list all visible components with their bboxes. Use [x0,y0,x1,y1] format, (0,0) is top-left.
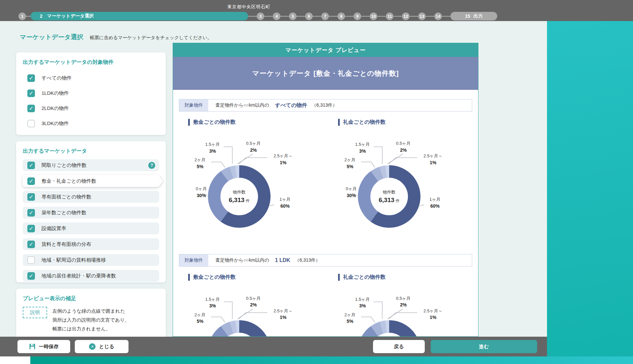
stepper-step-11[interactable]: 11 [386,13,393,20]
target-row-prefix: 査定物件から○○km以内の [216,102,269,108]
checkbox-row[interactable]: 3LDKの物件 [23,116,159,131]
checkbox-label: すべての物件 [42,75,72,81]
save-draft-button[interactable]: 一時保存 [17,340,70,353]
stepper-step-9[interactable]: 9 [354,13,361,20]
checkbox-row[interactable]: 敷金・礼金ごとの物件数 [23,175,159,187]
target-row-all: 対象物件 査定物件から○○km以内の すべての物件 （6,313件） [179,99,472,112]
checkbox-label: 敷金・礼金ごとの物件数 [42,178,96,184]
checkbox-row[interactable]: 間取りごとの物件数? [23,159,159,171]
donut-slice-label: 2ヶ月5% [189,157,211,170]
stepper-connector [280,16,289,17]
chart-heading: 礼金ごとの物件数 [338,119,473,126]
help-icon[interactable]: ? [148,162,155,169]
checkbox[interactable] [27,74,35,82]
target-row-1ldk: 対象物件 査定物件から○○km以内の 1 LDK （6,313件） [179,254,472,267]
chart-block-shikikin-1ldk: 敷金ごとの物件数 物件数 6,313件 1ヶ月60%0ヶ月30%2ヶ月5%1.5… [188,274,323,337]
checkbox-row[interactable]: すべての物件 [23,70,159,86]
donut-slice-label: 0.5ヶ月2% [393,296,414,308]
checkbox-row[interactable]: 地域の居住者統計・駅の乗降者数 [23,270,159,282]
checkbox-row[interactable]: 専有面積ごとの物件数 [23,191,159,203]
checkbox[interactable] [27,90,35,97]
checkbox[interactable] [27,162,35,169]
close-button[interactable]: ✕ とじる [75,340,129,353]
checkbox-row[interactable]: 2LDKの物件 [23,101,159,116]
stepper-step-6[interactable]: 6 [305,13,313,20]
next-button[interactable]: 進む [431,340,537,353]
preview-note-panel: プレビュー表示の補足 説明 左例のような緑の点線で囲まれた 箇所は入力の説明用の… [16,289,166,341]
checkbox-row[interactable]: 地域・駅周辺の賃料相場推移 [23,254,159,266]
stepper-middle-steps: 34567891011121314 [248,13,442,20]
data-panel-heading: 出力するマーケットデータ [23,148,159,155]
stepper-step-15-label: 出力 [474,13,483,19]
checkbox[interactable] [27,272,35,280]
active-row-arrow [159,175,163,187]
target-properties-panel: 出力するマーケットデータの対象物件 すべての物件1LDKの物件2LDKの物件3L… [16,52,166,135]
page-header: マーケットデータ選択 帳票に含めるマーケットデータをチェックしてください。 [20,33,212,41]
checkbox-row[interactable]: 賃料と専有面積の分布 [23,238,159,250]
chart-heading: 礼金ごとの物件数 [338,274,473,281]
donut-slice-label: 1.5ヶ月3% [202,142,223,154]
checkbox[interactable] [27,120,35,127]
target-row-prefix: 査定物件から○○km以内の [216,257,269,263]
stepper-step-12[interactable]: 12 [402,13,410,20]
back-button[interactable]: 戻る [373,340,425,353]
stepper-step-8[interactable]: 8 [337,13,345,20]
checkbox[interactable] [27,177,35,185]
bottom-left-corner [0,356,30,364]
checkbox-row[interactable]: 築年数ごとの物件数 [23,207,159,219]
donut-slice-label: 2ヶ月5% [189,312,211,325]
stepper-connector [248,16,257,17]
donut-slice-label: 0.5ヶ月2% [243,296,264,308]
stepper-step-4[interactable]: 4 [273,13,280,20]
donut-slice-label: 0ヶ月30% [341,186,362,199]
donut-chart-reikin-all: 物件数 6,313件 1ヶ月60%0ヶ月30%2ヶ月5%1.5ヶ月3%0.5ヶ月… [338,126,473,234]
checkbox[interactable] [27,225,35,232]
checkbox-label: 設備設置率 [42,225,66,232]
stepper-step-14[interactable]: 14 [434,13,442,20]
checkbox[interactable] [27,241,35,248]
bottom-teal-strip [30,356,633,364]
donut-slice-label: 1ヶ月60% [424,196,446,209]
target-row-label: 対象物件 [179,99,208,111]
target-checkbox-list: すべての物件1LDKの物件2LDKの物件3LDKの物件 [23,70,159,131]
note-line: 箇所は入力の説明用の文言であり、 [52,316,129,325]
stepper-connector [393,16,402,17]
donut-slice-label: 2.5ヶ月～1% [418,153,448,166]
donut-slice-label: 1.5ヶ月3% [202,297,223,309]
target-row-count: （6,313件） [312,102,337,108]
stepper-step-15[interactable]: 15 出力 [450,12,497,20]
checkbox[interactable] [27,193,35,201]
market-data-checkbox-list: 間取りごとの物件数?敷金・礼金ごとの物件数専有面積ごとの物件数築年数ごとの物件数… [23,159,159,282]
market-data-preview-panel: マーケットデータ プレビュー マーケットデータ [敷金・礼金ごとの物件数] 対象… [173,43,478,337]
checkbox[interactable] [27,105,35,112]
donut-center-label: 物件数 [233,189,246,195]
target-row-label: 対象物件 [179,254,208,266]
checkbox-row[interactable]: 1LDKの物件 [23,86,159,101]
stepper-step-2-current[interactable]: 2 マーケットデータ選択 [31,12,248,20]
close-circle-icon: ✕ [89,343,96,350]
checkbox-row[interactable]: 設備設置率 [23,222,159,234]
preview-header: マーケットデータ プレビュー [173,43,478,57]
donut-chart-reikin-1ldk: 物件数 6,313件 1ヶ月60%0ヶ月30%2ヶ月5%1.5ヶ月3%0.5ヶ月… [338,281,473,337]
checkbox[interactable] [27,256,35,264]
charts-row-1: 敷金ごとの物件数 物件数 6,313件 1ヶ月60% [188,119,478,234]
donut-slice-label: 2ヶ月5% [339,312,360,325]
preview-band-title: マーケットデータ [敷金・礼金ごとの物件数] [173,57,478,90]
stepper-step-13[interactable]: 13 [418,13,426,20]
checkbox-label: 築年数ごとの物件数 [42,210,86,216]
donut-slice-label: 0ヶ月30% [191,186,212,199]
stepper-connector [442,16,450,17]
donut-center-label: 物件数 [383,189,396,195]
stepper-step-7[interactable]: 7 [321,13,329,20]
checkbox-label: 地域・駅周辺の賃料相場推移 [42,257,106,263]
stepper-step-1[interactable]: 1 [18,13,26,20]
checkbox-label: 専有面積ごとの物件数 [42,194,91,200]
stepper-step-2-number: 2 [40,13,43,19]
note-line: 左例のような緑の点線で囲まれた [52,307,129,316]
stepper-step-3[interactable]: 3 [257,13,264,20]
checkbox[interactable] [27,209,35,217]
target-panel-heading: 出力するマーケットデータの対象物件 [23,59,159,66]
stepper-step-5[interactable]: 5 [289,13,297,20]
market-data-panel: 出力するマーケットデータ 間取りごとの物件数?敷金・礼金ごとの物件数専有面積ごと… [16,141,166,282]
stepper-step-10[interactable]: 10 [370,13,377,20]
